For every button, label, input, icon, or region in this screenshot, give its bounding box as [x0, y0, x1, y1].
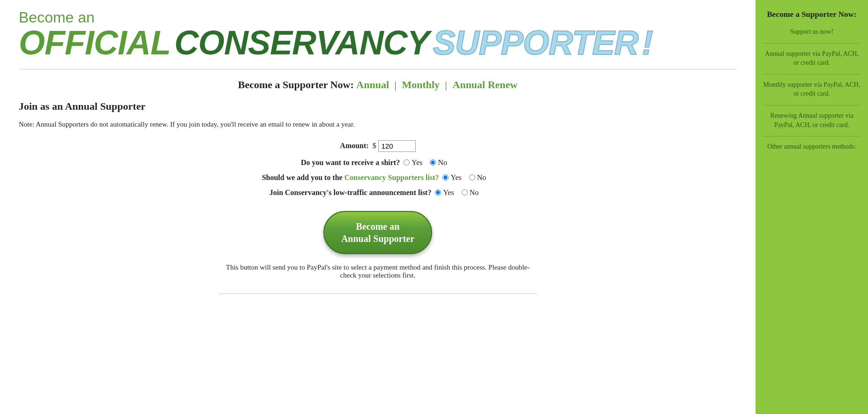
sidebar-divider-1	[763, 43, 861, 44]
shirt-no-radio[interactable]	[430, 159, 436, 166]
list-no-label[interactable]: No	[469, 173, 486, 182]
shirt-label: Do you want to receive a shirt?	[301, 158, 400, 167]
section-heading: Join as an Annual Supporter	[19, 100, 737, 113]
official-text: OFFICIAL	[19, 26, 171, 60]
sidebar-divider-2	[763, 74, 861, 75]
announce-row: Join Conservancy's low-traffic announcem…	[19, 188, 737, 197]
announce-no-radio[interactable]	[462, 189, 468, 196]
sidebar-divider-3	[763, 105, 861, 105]
main-content: Become an OFFICIAL CONSERVANCY SUPPORTER…	[0, 0, 756, 414]
amount-row: Amount: $	[19, 140, 737, 152]
shirt-yes-radio[interactable]	[404, 159, 410, 166]
sidebar-monthly-paypal[interactable]: Monthly supporter via PayPal, ACH, or cr…	[763, 80, 861, 98]
announce-yes-label[interactable]: Yes	[435, 188, 454, 197]
shirt-yes-label[interactable]: Yes	[404, 158, 422, 167]
conservancy-supporters-link[interactable]: Conservancy Supporters list?	[344, 173, 439, 181]
shirt-row: Do you want to receive a shirt? Yes No	[19, 158, 737, 167]
list-yes-label[interactable]: Yes	[442, 173, 461, 182]
announce-yes-radio[interactable]	[435, 189, 441, 196]
nav-monthly-link[interactable]: Monthly	[402, 79, 440, 90]
list-no-radio[interactable]	[469, 174, 475, 181]
amount-input[interactable]	[378, 140, 416, 152]
conservancy-text: CONSERVANCY	[174, 26, 429, 60]
sidebar-renewing-annual[interactable]: Renewing Annual supporter via PayPal, AC…	[763, 111, 861, 129]
sidebar-heading: Become a Supporter Now:	[763, 9, 861, 20]
become-an-text: Become an	[19, 9, 737, 26]
footer-note: This button will send you to PayPal's si…	[218, 263, 537, 294]
announce-label: Join Conservancy's low-traffic announcem…	[269, 188, 432, 197]
sidebar-other-methods[interactable]: Other annual supporters methods:	[763, 142, 861, 151]
become-annual-supporter-button[interactable]: Become an Annual Supporter	[323, 211, 432, 254]
supporter-text: SUPPORTER	[433, 26, 638, 60]
list-yes-radio[interactable]	[442, 174, 449, 181]
form-area: Amount: $ Do you want to receive a shirt…	[19, 140, 737, 197]
sidebar: Become a Supporter Now: Support us now! …	[756, 0, 868, 414]
sidebar-annual-paypal[interactable]: Annual supporter via PayPal, ACH, or cre…	[763, 49, 861, 68]
header-section: Become an OFFICIAL CONSERVANCY SUPPORTER…	[19, 9, 737, 69]
amount-sign: $	[373, 142, 376, 150]
sidebar-divider-4	[763, 136, 861, 136]
note-text: Note: Annual Supporters do not automatic…	[19, 119, 737, 130]
page-wrapper: Become an OFFICIAL CONSERVANCY SUPPORTER…	[0, 0, 868, 414]
announce-no-label[interactable]: No	[462, 188, 479, 197]
official-line: OFFICIAL CONSERVANCY SUPPORTER !	[19, 26, 737, 60]
exclaim-text: !	[642, 26, 653, 60]
nav-annual-renew-link[interactable]: Annual Renew	[453, 79, 518, 90]
shirt-no-label[interactable]: No	[430, 158, 447, 167]
supporter-nav: Become a Supporter Now: Annual | Monthly…	[19, 79, 737, 91]
submit-btn-wrapper: Become an Annual Supporter	[19, 211, 737, 254]
list-label: Should we add you to the Conservancy Sup…	[262, 173, 439, 182]
sidebar-support-now[interactable]: Support us now!	[763, 27, 861, 37]
amount-label: Amount:	[340, 142, 368, 150]
supporters-list-row: Should we add you to the Conservancy Sup…	[19, 173, 737, 182]
nav-label: Become a Supporter Now:	[238, 79, 354, 90]
nav-annual-link[interactable]: Annual	[356, 79, 389, 90]
